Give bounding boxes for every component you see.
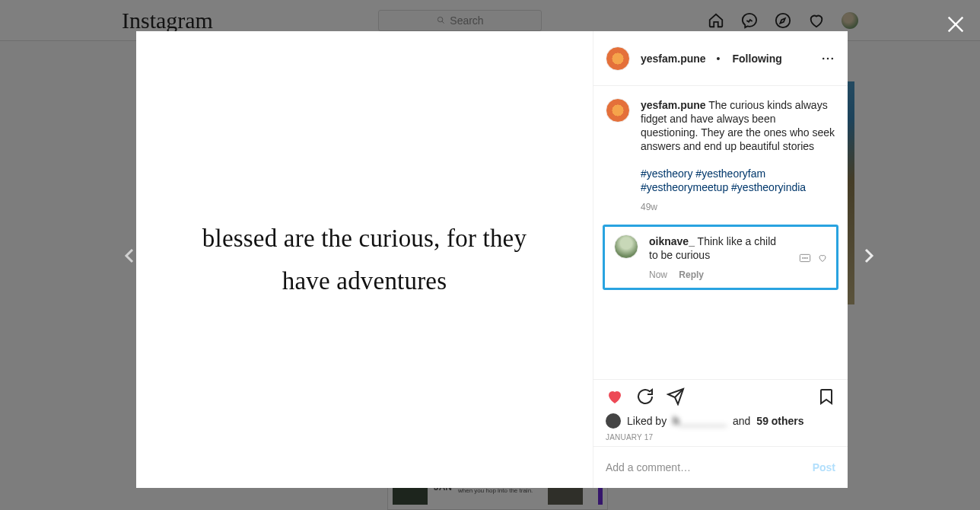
close-icon[interactable] bbox=[945, 14, 966, 35]
author-username[interactable]: yesfam.pune bbox=[641, 53, 706, 65]
next-post-chevron[interactable] bbox=[859, 247, 877, 265]
post-image-quote: blessed are the curious, for they have a… bbox=[182, 217, 547, 302]
liker-avatar[interactable] bbox=[606, 413, 621, 429]
svg-point-11 bbox=[807, 257, 807, 258]
dot-separator: • bbox=[717, 53, 721, 65]
caption-hashtags[interactable]: #yestheory #yestheoryfam #yestheorymeetu… bbox=[641, 167, 806, 193]
commenter-username[interactable]: oiknave_ bbox=[649, 235, 695, 247]
svg-point-10 bbox=[804, 257, 805, 258]
highlighted-comment: oiknave_ Think like a child to be curiou… bbox=[603, 225, 838, 290]
comment-icon[interactable] bbox=[636, 387, 654, 406]
svg-point-6 bbox=[827, 57, 829, 59]
share-icon[interactable] bbox=[667, 387, 685, 406]
save-icon[interactable] bbox=[817, 387, 835, 406]
svg-point-9 bbox=[803, 257, 803, 258]
post-image: blessed are the curious, for they have a… bbox=[136, 31, 593, 488]
comment-options-icon[interactable] bbox=[797, 252, 813, 264]
caption-age: 49w bbox=[641, 200, 835, 214]
follow-status[interactable]: Following bbox=[733, 53, 782, 65]
author-avatar[interactable] bbox=[606, 46, 630, 71]
caption-avatar[interactable] bbox=[606, 98, 630, 123]
more-options-icon[interactable] bbox=[820, 51, 835, 66]
liked-by-others[interactable]: 59 others bbox=[756, 415, 803, 427]
liker-name[interactable]: h________ bbox=[673, 415, 727, 427]
commenter-avatar[interactable] bbox=[614, 234, 638, 259]
reply-button[interactable]: Reply bbox=[679, 269, 704, 280]
like-icon[interactable] bbox=[606, 387, 624, 406]
post-date: JANUARY 17 bbox=[606, 433, 835, 441]
post-modal: blessed are the curious, for they have a… bbox=[136, 31, 848, 488]
svg-point-5 bbox=[822, 57, 825, 59]
liked-by-prefix: Liked by bbox=[627, 415, 667, 427]
comment-age: Now bbox=[649, 269, 667, 280]
liked-by-middle: and bbox=[733, 415, 750, 427]
add-comment-input[interactable] bbox=[606, 461, 813, 473]
like-comment-icon[interactable] bbox=[818, 253, 827, 263]
caption-username[interactable]: yesfam.pune bbox=[641, 99, 706, 111]
svg-point-7 bbox=[832, 57, 834, 59]
post-comment-button[interactable]: Post bbox=[813, 461, 835, 473]
